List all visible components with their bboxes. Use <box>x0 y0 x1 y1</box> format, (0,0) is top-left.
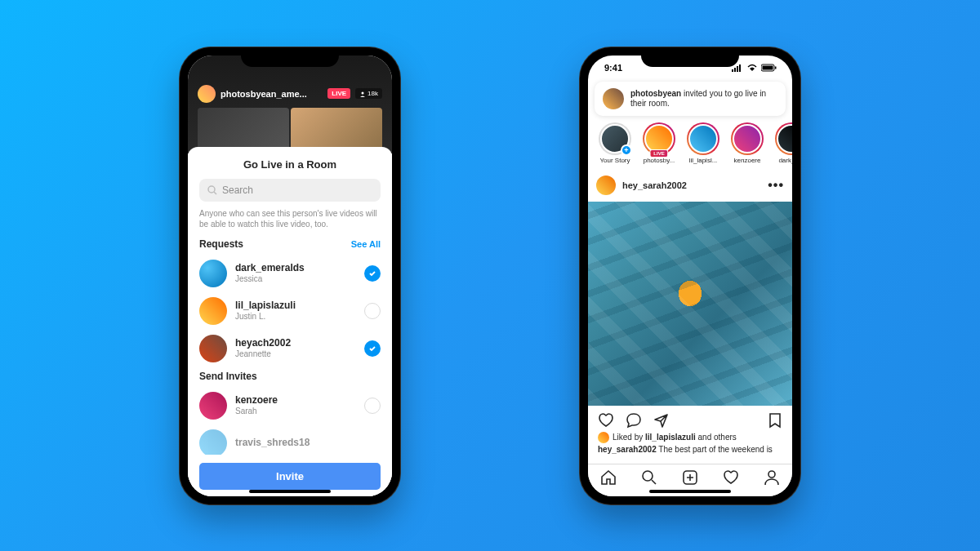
post-more-icon[interactable]: ••• <box>768 178 784 193</box>
viewer-count: 18k <box>355 88 382 99</box>
request-fullname: Jessica <box>235 274 356 283</box>
svg-line-9 <box>214 192 216 194</box>
story-item[interactable]: kenzoere <box>728 122 766 164</box>
section-requests-title: Requests <box>199 238 243 250</box>
search-input[interactable]: Search <box>199 179 381 202</box>
bookmark-icon[interactable] <box>768 412 782 429</box>
svg-rect-12 <box>737 66 738 72</box>
user-avatar <box>199 392 227 420</box>
select-checkbox[interactable] <box>364 340 381 357</box>
create-tab-icon[interactable] <box>681 469 699 487</box>
request-row[interactable]: heyach2002Jeannette <box>199 330 381 367</box>
request-row[interactable]: lil_lapislazuliJustin L. <box>199 292 381 330</box>
phone-notch <box>641 47 739 67</box>
comment-icon[interactable] <box>626 412 642 429</box>
search-icon <box>207 185 217 195</box>
invite-username: kenzoere <box>235 395 356 407</box>
search-placeholder: Search <box>222 184 253 196</box>
user-avatar <box>199 297 227 325</box>
request-username: heyach2002 <box>235 338 356 349</box>
story-item[interactable]: dark_e... <box>773 122 792 164</box>
notification-text: photosbyean invited you to go live in th… <box>630 89 777 109</box>
home-indicator[interactable] <box>649 490 731 493</box>
activity-tab-icon[interactable] <box>722 469 740 487</box>
request-row[interactable]: dark_emeraldsJessica <box>199 255 381 292</box>
like-icon[interactable] <box>598 412 614 429</box>
request-fullname: Jeannette <box>235 349 356 358</box>
home-tab-icon[interactable] <box>599 469 617 487</box>
live-badge: LIVE <box>649 149 668 158</box>
profile-tab-icon[interactable] <box>763 469 781 487</box>
live-host-avatar[interactable] <box>198 85 216 103</box>
select-checkbox[interactable] <box>364 265 381 282</box>
live-host-username[interactable]: photosbyean_ame... <box>220 89 307 99</box>
post-image[interactable] <box>588 202 792 406</box>
svg-rect-11 <box>734 68 736 72</box>
search-tab-icon[interactable] <box>640 469 658 487</box>
select-checkbox[interactable] <box>364 398 381 414</box>
battery-icon <box>761 64 777 72</box>
see-all-link[interactable]: See All <box>351 239 381 249</box>
post-actions <box>588 406 792 432</box>
svg-point-22 <box>768 471 775 478</box>
user-avatar <box>199 429 227 457</box>
live-badge: LIVE <box>327 88 350 99</box>
svg-point-17 <box>643 471 653 481</box>
section-invites-title: Send Invites <box>199 371 257 382</box>
post-caption[interactable]: hey_sarah2002 The best part of the weeke… <box>588 443 792 454</box>
post-likes[interactable]: Liked by lil_lapislazuli and others <box>588 432 792 443</box>
svg-rect-15 <box>763 65 773 69</box>
invite-button[interactable]: Invite <box>199 463 381 490</box>
user-avatar <box>199 335 227 362</box>
home-indicator[interactable] <box>249 490 331 493</box>
svg-point-7 <box>362 91 364 94</box>
liker-avatar <box>598 432 609 443</box>
disclaimer-text: Anyone who can see this person's live vi… <box>199 208 381 230</box>
invite-fullname: Sarah <box>235 407 356 415</box>
stories-tray[interactable]: + Your Story LIVE photosby... lil_lapisl… <box>588 121 792 169</box>
your-story[interactable]: + Your Story <box>596 122 634 164</box>
story-item[interactable]: LIVE photosby... <box>640 122 678 164</box>
user-avatar <box>199 260 227 287</box>
live-video-header: photosbyean_ame... LIVE 18k <box>188 56 392 153</box>
svg-point-8 <box>208 186 215 193</box>
story-item[interactable]: lil_lapisl... <box>684 122 722 164</box>
svg-rect-16 <box>775 66 777 69</box>
invite-row[interactable]: kenzoereSarah <box>199 387 381 424</box>
select-checkbox[interactable] <box>364 303 381 319</box>
status-time: 9:41 <box>604 63 622 73</box>
post-author-username[interactable]: hey_sarah2002 <box>622 180 761 190</box>
sheet-title: Go Live in a Room <box>199 158 381 171</box>
phone-right: 9:41 photosbyean invited you to go live … <box>580 47 800 504</box>
svg-rect-10 <box>732 69 733 72</box>
phone-notch <box>241 47 339 67</box>
wifi-icon <box>746 64 758 72</box>
notification-avatar <box>603 88 624 109</box>
go-live-sheet: Go Live in a Room Search Anyone who can … <box>188 147 392 496</box>
svg-rect-13 <box>739 64 741 72</box>
phone-left: 9:41 photosbyean_ame... LIVE 18k Go Live… <box>180 47 400 504</box>
share-icon[interactable] <box>653 412 670 429</box>
svg-line-18 <box>652 480 656 484</box>
post-header: hey_sarah2002 ••• <box>588 169 792 202</box>
invite-username: travis_shreds18 <box>235 438 381 449</box>
request-username: dark_emeralds <box>235 263 356 274</box>
post-author-avatar[interactable] <box>596 176 616 195</box>
request-username: lil_lapislazuli <box>235 300 356 312</box>
add-story-icon: + <box>621 144 632 156</box>
live-invite-notification[interactable]: photosbyean invited you to go live in th… <box>595 82 786 116</box>
request-fullname: Justin L. <box>235 312 356 321</box>
